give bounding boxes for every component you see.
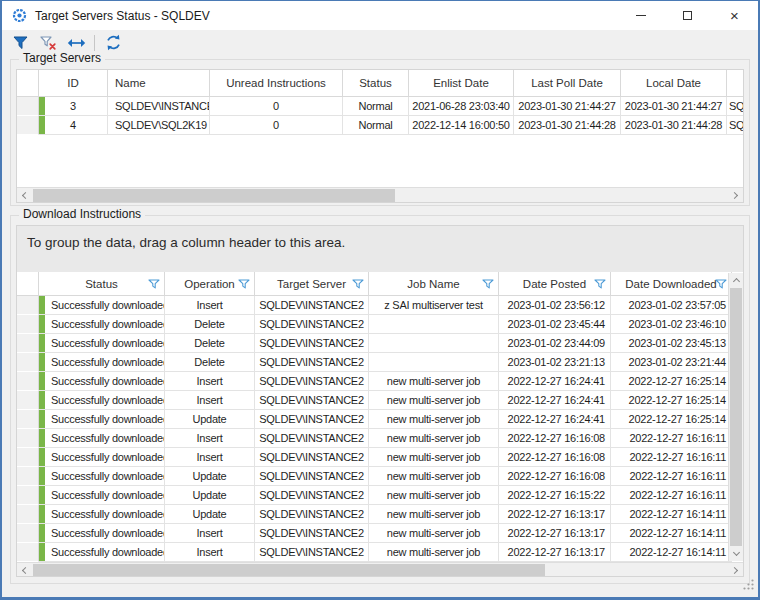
cell-operation: Delete — [165, 315, 255, 334]
cell-id: 3 — [39, 97, 108, 116]
hscrollbar-thumb[interactable] — [33, 564, 545, 577]
cell-operation: Delete — [165, 353, 255, 372]
row-indicator[interactable] — [17, 410, 39, 429]
row-indicator[interactable] — [17, 353, 39, 372]
row-indicator[interactable] — [17, 391, 39, 410]
column-header-id[interactable]: ID — [39, 70, 108, 97]
cell-target-server: SQLDEV\INSTANCE2 — [255, 391, 369, 410]
close-button[interactable]: × — [711, 1, 758, 30]
filter-icon[interactable] — [238, 278, 250, 289]
scroll-right-arrow[interactable] — [728, 188, 743, 203]
cell-status: Successfully downloaded — [39, 391, 165, 410]
cell-date-downloaded: 2023-01-02 23:21:44 — [611, 353, 732, 372]
table-row[interactable]: Successfully downloaded Delete SQLDEV\IN… — [17, 353, 743, 372]
table-row[interactable]: 4 SQLDEV\SQL2K19 0 Normal 2022-12-14 16:… — [17, 116, 743, 135]
row-indicator[interactable] — [17, 429, 39, 448]
cell-date-posted: 2022-12-27 16:24:41 — [499, 372, 611, 391]
target-servers-groupbox: Target Servers ID Name Unread Instructio… — [10, 59, 750, 206]
download-instructions-vscrollbar[interactable] — [728, 273, 743, 561]
column-header-enlist-date[interactable]: Enlist Date — [409, 70, 514, 97]
row-indicator[interactable] — [17, 505, 39, 524]
table-row[interactable]: Successfully downloaded Insert SQLDEV\IN… — [17, 448, 743, 467]
filter-icon[interactable] — [594, 278, 606, 289]
column-header-date-posted[interactable]: Date Posted — [499, 272, 611, 296]
cell-target-server: SQLDEV\INSTANCE2 — [255, 524, 369, 543]
cell-id: 4 — [39, 116, 108, 135]
row-indicator[interactable] — [17, 448, 39, 467]
scroll-up-arrow[interactable] — [729, 273, 744, 288]
refresh-button[interactable] — [103, 33, 123, 53]
scroll-left-arrow[interactable] — [17, 563, 32, 577]
column-header-status[interactable]: Status — [343, 70, 409, 97]
cell-job-name: new multi-server job — [369, 429, 499, 448]
title-bar[interactable]: Target Servers Status - SQLDEV × — [2, 1, 758, 30]
row-indicator[interactable] — [17, 315, 39, 334]
column-header-status[interactable]: Status — [39, 272, 165, 296]
column-header-date-downloaded[interactable]: Date Downloaded — [611, 272, 732, 296]
table-row[interactable]: Successfully downloaded Update SQLDEV\IN… — [17, 467, 743, 486]
column-header-overflow[interactable] — [727, 70, 744, 97]
row-indicator[interactable] — [17, 467, 39, 486]
cell-target-server: SQLDEV\INSTANCE2 — [255, 334, 369, 353]
row-indicator[interactable] — [17, 296, 39, 315]
fit-columns-button[interactable] — [66, 33, 86, 53]
table-row[interactable]: Successfully downloaded Insert SQLDEV\IN… — [17, 391, 743, 410]
table-row[interactable]: Successfully downloaded Update SQLDEV\IN… — [17, 505, 743, 524]
table-row[interactable]: Successfully downloaded Insert SQLDEV\IN… — [17, 543, 743, 562]
minimize-button[interactable] — [617, 1, 664, 30]
row-indicator[interactable] — [17, 486, 39, 505]
filter-icon[interactable] — [148, 278, 160, 289]
column-header-unread-instructions[interactable]: Unread Instructions — [210, 70, 343, 97]
cell-name: SQLDEV\SQL2K19 — [108, 116, 210, 135]
maximize-icon — [683, 11, 692, 20]
refresh-icon — [105, 34, 122, 51]
cell-status: Successfully downloaded — [39, 315, 165, 334]
column-header-last-poll-date[interactable]: Last Poll Date — [514, 70, 621, 97]
column-header-job-name[interactable]: Job Name — [369, 272, 499, 296]
row-indicator[interactable] — [17, 543, 39, 562]
row-indicator[interactable] — [17, 524, 39, 543]
table-row[interactable]: Successfully downloaded Update SQLDEV\IN… — [17, 486, 743, 505]
table-row[interactable]: Successfully downloaded Insert SQLDEV\IN… — [17, 429, 743, 448]
maximize-button[interactable] — [664, 1, 711, 30]
table-row[interactable]: Successfully downloaded Delete SQLDEV\IN… — [17, 334, 743, 353]
cell-operation: Insert — [165, 543, 255, 562]
filter-icon[interactable] — [715, 278, 727, 289]
filter-icon[interactable] — [482, 278, 494, 289]
table-row[interactable]: Successfully downloaded Update SQLDEV\IN… — [17, 410, 743, 429]
filter-icon[interactable] — [352, 278, 364, 289]
row-indicator[interactable] — [17, 97, 39, 116]
target-servers-hscrollbar[interactable] — [17, 187, 743, 202]
column-header-target-server[interactable]: Target Server — [255, 272, 369, 296]
cell-status: Successfully downloaded — [39, 505, 165, 524]
cell-date-downloaded: 2023-01-02 23:45:13 — [611, 334, 732, 353]
cell-status: Successfully downloaded — [39, 429, 165, 448]
cell-job-name — [369, 315, 499, 334]
row-indicator[interactable] — [17, 372, 39, 391]
cell-date-downloaded: 2022-12-27 16:16:11 — [611, 467, 732, 486]
column-header-operation[interactable]: Operation — [165, 272, 255, 296]
row-indicator[interactable] — [17, 334, 39, 353]
table-row[interactable]: Successfully downloaded Insert SQLDEV\IN… — [17, 296, 743, 315]
column-header-local-date[interactable]: Local Date — [621, 70, 727, 97]
target-icon — [12, 8, 27, 23]
table-row[interactable]: Successfully downloaded Delete SQLDEV\IN… — [17, 315, 743, 334]
close-icon: × — [730, 8, 739, 23]
download-instructions-hscrollbar[interactable] — [17, 562, 743, 577]
scroll-left-arrow[interactable] — [17, 188, 32, 203]
row-indicator[interactable] — [17, 116, 39, 135]
scroll-down-arrow[interactable] — [729, 546, 744, 561]
filter-button[interactable] — [10, 33, 30, 53]
hscrollbar-thumb[interactable] — [33, 189, 395, 202]
column-header-label: Job Name — [407, 278, 459, 290]
table-row[interactable]: 3 SQLDEV\INSTANCE2 0 Normal 2021-06-28 2… — [17, 97, 743, 116]
clear-filter-button[interactable] — [38, 33, 58, 53]
group-by-panel[interactable]: To group the data, drag a column header … — [17, 226, 743, 272]
vscrollbar-thumb[interactable] — [730, 288, 742, 546]
cell-job-name: new multi-server job — [369, 410, 499, 429]
column-header-name[interactable]: Name — [108, 70, 210, 97]
table-row[interactable]: Successfully downloaded Insert SQLDEV\IN… — [17, 524, 743, 543]
resize-grip[interactable] — [742, 577, 755, 595]
table-row[interactable]: Successfully downloaded Insert SQLDEV\IN… — [17, 372, 743, 391]
scroll-right-arrow[interactable] — [728, 563, 743, 577]
